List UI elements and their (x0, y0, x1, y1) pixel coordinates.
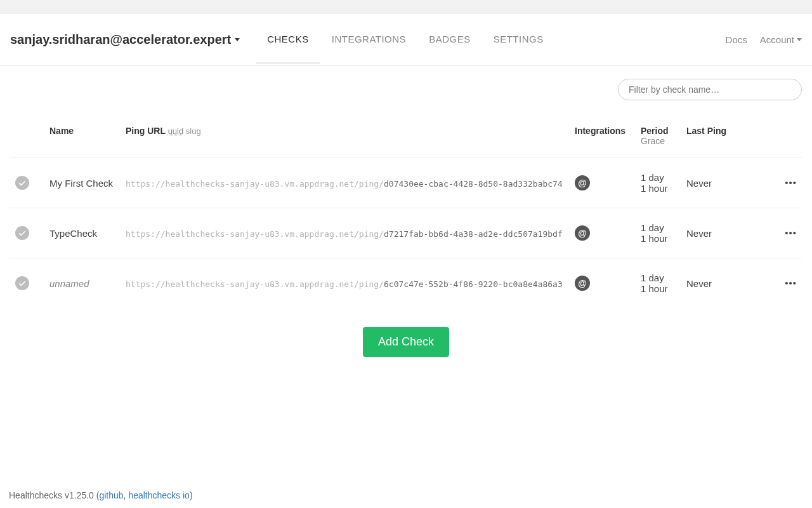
account-dropdown[interactable]: Account (760, 34, 802, 45)
grace-label: Grace (641, 136, 676, 146)
col-header-actions (776, 119, 802, 158)
ping-uuid: 6c07c47e-552b-4f86-9220-bc0a8e4a86a3 (384, 279, 563, 289)
project-name: sanjay.sridharan@accelerator.expert (10, 32, 231, 47)
filter-input[interactable] (618, 79, 802, 100)
col-header-pingurl: Ping URL uuid slug (121, 119, 570, 158)
ping-uuid: d07430ee-cbac-4428-8d50-8ad332babc74 (384, 179, 563, 189)
col-header-lastping: Last Ping (681, 119, 776, 158)
caret-down-icon (235, 38, 240, 41)
col-header-period: Period Grace (636, 119, 681, 158)
filter-row (10, 79, 802, 100)
grace-value: 1 hour (641, 233, 676, 244)
email-integration-icon[interactable]: @ (575, 276, 590, 291)
caret-down-icon (797, 38, 802, 41)
pingurl-slug-toggle[interactable]: slug (186, 126, 201, 136)
pingurl-uuid-toggle[interactable]: uuid (168, 126, 184, 136)
table-header-row: Name Ping URL uuid slug Integrations Per… (10, 119, 802, 158)
col-header-integrations: Integrations (570, 119, 636, 158)
grace-value: 1 hour (641, 283, 676, 294)
email-integration-icon[interactable]: @ (575, 225, 590, 241)
check-name[interactable]: TypeCheck (49, 228, 97, 239)
tab-badges[interactable]: BADGES (417, 16, 482, 64)
lastping-value: Never (686, 178, 712, 189)
email-integration-icon[interactable]: @ (575, 175, 590, 190)
ping-url[interactable]: https://healthchecks-sanjay-u83.vm.appdr… (126, 279, 563, 289)
row-actions-menu[interactable]: ••• (776, 258, 802, 309)
period-value: 1 day (641, 222, 676, 233)
col-header-name: Name (44, 119, 121, 158)
table-row: My First Check https://healthchecks-sanj… (10, 158, 802, 208)
add-check-row: Add Check (10, 308, 802, 376)
tab-settings[interactable]: SETTINGS (482, 16, 555, 64)
pingurl-label: Ping URL (126, 126, 166, 136)
navbar-left: sanjay.sridharan@accelerator.expert CHEC… (10, 16, 726, 64)
check-icon (18, 229, 26, 237)
ping-base: https://healthchecks-sanjay-u83.vm.appdr… (126, 179, 384, 189)
table-row: unnamed https://healthchecks-sanjay-u83.… (10, 258, 802, 309)
check-name[interactable]: My First Check (49, 178, 113, 189)
lastping-value: Never (686, 228, 712, 239)
period-label: Period (641, 126, 669, 136)
ping-url[interactable]: https://healthchecks-sanjay-u83.vm.appdr… (126, 179, 563, 189)
ping-uuid: d7217fab-bb6d-4a38-ad2e-ddc507a19bdf (384, 229, 563, 239)
tab-checks[interactable]: CHECKS (256, 16, 320, 64)
main-container: Name Ping URL uuid slug Integrations Per… (0, 66, 812, 376)
add-check-button[interactable]: Add Check (363, 327, 449, 357)
window-topbar (0, 0, 812, 14)
tab-integrations[interactable]: INTEGRATIONS (320, 16, 417, 64)
grace-value: 1 hour (641, 183, 676, 194)
ping-base: https://healthchecks-sanjay-u83.vm.appdr… (126, 229, 384, 239)
ping-base: https://healthchecks-sanjay-u83.vm.appdr… (126, 279, 384, 289)
account-label: Account (760, 34, 794, 45)
navbar-right: Docs Account (726, 34, 802, 45)
col-header-status (10, 119, 44, 158)
project-dropdown[interactable]: sanjay.sridharan@accelerator.expert (10, 32, 256, 47)
status-icon (15, 176, 29, 190)
status-icon (15, 276, 29, 290)
row-actions-menu[interactable]: ••• (776, 208, 802, 258)
nav-tabs: CHECKS INTEGRATIONS BADGES SETTINGS (256, 16, 554, 64)
table-row: TypeCheck https://healthchecks-sanjay-u8… (10, 208, 802, 258)
period-value: 1 day (641, 172, 676, 183)
lastping-value: Never (686, 278, 712, 289)
checks-table: Name Ping URL uuid slug Integrations Per… (10, 119, 802, 308)
row-actions-menu[interactable]: ••• (776, 158, 802, 208)
check-icon (18, 279, 26, 287)
status-icon (15, 226, 29, 240)
nav-docs[interactable]: Docs (726, 34, 747, 45)
check-name[interactable]: unnamed (49, 278, 89, 289)
period-value: 1 day (641, 272, 676, 283)
check-icon (18, 179, 26, 187)
navbar: sanjay.sridharan@accelerator.expert CHEC… (0, 14, 812, 66)
ping-url[interactable]: https://healthchecks-sanjay-u83.vm.appdr… (126, 229, 563, 239)
